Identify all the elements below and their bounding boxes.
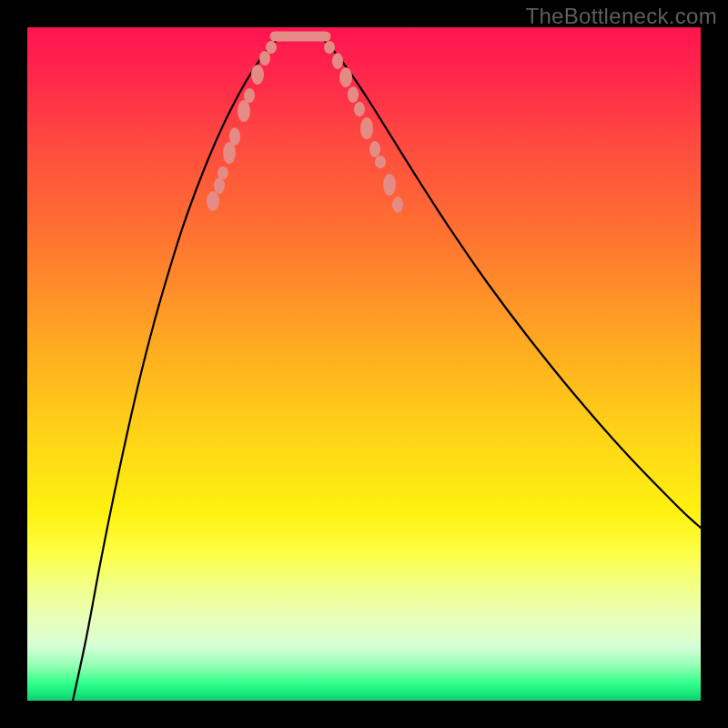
data-dot bbox=[244, 88, 255, 103]
data-dot bbox=[348, 86, 359, 103]
dots-right bbox=[324, 41, 403, 213]
data-dot bbox=[238, 100, 250, 122]
data-dot bbox=[332, 53, 343, 69]
data-dot bbox=[369, 141, 380, 157]
data-dot bbox=[207, 191, 219, 211]
dots-left bbox=[207, 41, 277, 211]
chart-svg bbox=[27, 27, 701, 701]
data-dot bbox=[251, 65, 264, 85]
data-dot bbox=[375, 156, 386, 168]
plot-area bbox=[27, 27, 701, 701]
data-dot bbox=[217, 167, 228, 179]
left-curve bbox=[73, 40, 277, 701]
data-dot bbox=[214, 177, 225, 194]
data-dot bbox=[324, 41, 335, 54]
data-dot bbox=[383, 174, 396, 196]
data-dot bbox=[259, 51, 270, 66]
data-dot bbox=[360, 117, 373, 139]
data-dot bbox=[354, 102, 365, 116]
data-dot bbox=[392, 197, 403, 213]
data-dot bbox=[266, 41, 277, 54]
right-curve bbox=[324, 40, 701, 528]
attribution-text: TheBottleneck.com bbox=[525, 4, 717, 29]
data-dot bbox=[339, 67, 352, 87]
data-dot bbox=[229, 127, 240, 146]
chart-stage: TheBottleneck.com bbox=[0, 0, 728, 728]
